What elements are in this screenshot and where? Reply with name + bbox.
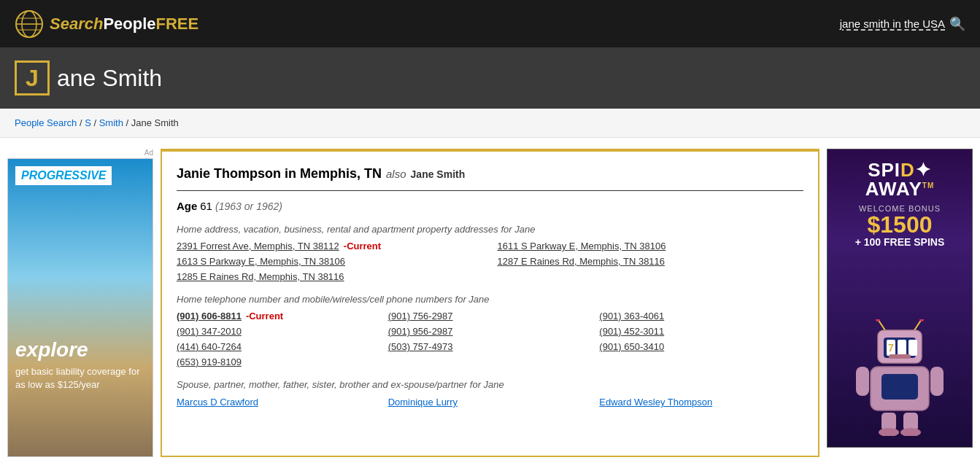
title-bar: J ane Smith — [0, 47, 980, 109]
ad-label: Ad — [7, 149, 153, 157]
svg-point-22 — [879, 428, 899, 436]
breadcrumb-people-search[interactable]: People Search — [15, 117, 77, 128]
logo-people-text: People — [103, 15, 155, 33]
left-ad: Ad PROGRESSIVE explore get basic liabili… — [7, 149, 153, 457]
phone-item-5[interactable]: (901) 452-3011 — [599, 326, 803, 337]
phone-item-3[interactable]: (901) 347-2010 — [177, 326, 381, 337]
address-section-label: Home address, vacation, business, rental… — [177, 224, 803, 235]
svg-text:7: 7 — [888, 342, 894, 354]
logo-free-text: FREE — [156, 15, 199, 33]
address-link-0[interactable]: 2391 Forrest Ave, Memphis, TN 38112 — [177, 241, 339, 252]
svg-rect-17 — [881, 374, 918, 399]
header-search-query[interactable]: jane smith in the USA — [840, 17, 945, 30]
phone-item-7[interactable]: (503) 757-4973 — [388, 341, 593, 352]
address-item-2[interactable]: 1613 S Parkway E, Memphis, TN 38106 — [177, 256, 483, 267]
phone-link-9[interactable]: (653) 919-8109 — [177, 356, 242, 367]
relative-link-0[interactable]: Marcus D Crawford — [177, 397, 258, 408]
svg-rect-13 — [898, 340, 906, 356]
header-search[interactable]: jane smith in the USA 🔍 — [840, 16, 965, 32]
phone-link-8[interactable]: (901) 650-3410 — [599, 341, 664, 352]
relative-link-1[interactable]: Dominique Lurry — [388, 397, 458, 408]
svg-rect-21 — [930, 367, 944, 396]
relative-item-0[interactable]: Marcus D Crawford — [177, 396, 381, 408]
person-also-name: Jane Smith — [411, 168, 466, 180]
progressive-logo: PROGRESSIVE — [15, 166, 112, 185]
age-row: Age 61 (1963 or 1962) — [177, 200, 803, 212]
addresses-grid: 2391 Forrest Ave, Memphis, TN 38112 -Cur… — [177, 241, 803, 282]
phone-link-5[interactable]: (901) 452-3011 — [599, 326, 664, 337]
phone-item-0[interactable]: (901) 606-8811 -Current — [177, 311, 381, 321]
phone-item-4[interactable]: (901) 956-2987 — [388, 326, 593, 337]
age-value: 61 — [200, 200, 215, 212]
right-ad: SPID✦ AWAYTM WELCOME BONUS $1500 + 100 F… — [827, 149, 973, 457]
center-content: Janie Thompson in Memphis, TN also Jane … — [161, 149, 819, 457]
address-link-2[interactable]: 1613 S Parkway E, Memphis, TN 38106 — [177, 256, 345, 267]
header: SearchPeopleFREE jane smith in the USA 🔍 — [0, 0, 980, 47]
phone-link-3[interactable]: (901) 347-2010 — [177, 326, 242, 337]
phone-link-7[interactable]: (503) 757-4973 — [388, 341, 453, 352]
svg-rect-20 — [856, 367, 869, 396]
title-letter-box: J — [15, 61, 50, 95]
address-item-3[interactable]: 1287 E Raines Rd, Memphis, TN 38116 — [498, 256, 804, 267]
address-link-4[interactable]: 1285 E Raines Rd, Memphis, TN 38116 — [177, 271, 344, 282]
address-current-0: -Current — [344, 241, 381, 252]
phone-link-4[interactable]: (901) 956-2987 — [388, 326, 453, 337]
progressive-explore: explore — [8, 338, 153, 362]
address-item-4[interactable]: 1285 E Raines Rd, Memphis, TN 38116 — [177, 271, 483, 282]
breadcrumb-sep3: / — [126, 117, 131, 128]
person-also-label: also — [386, 168, 406, 180]
spidaway-logo: SPID✦ AWAYTM — [865, 160, 935, 198]
progressive-ad[interactable]: PROGRESSIVE explore get basic liability … — [7, 158, 153, 457]
phones-grid: (901) 606-8811 -Current (901) 756-2987 (… — [177, 311, 803, 367]
svg-rect-14 — [908, 340, 917, 356]
address-item-1[interactable]: 1611 S Parkway E, Memphis, TN 38106 — [498, 241, 804, 252]
logo-search-text: Search — [50, 15, 103, 33]
person-header: Janie Thompson in Memphis, TN also Jane … — [177, 166, 803, 191]
person-main-name: Janie Thompson in Memphis, TN — [177, 166, 382, 182]
phone-link-2[interactable]: (901) 363-4061 — [599, 311, 664, 321]
relative-item-1[interactable]: Dominique Lurry — [388, 396, 593, 408]
phone-link-6[interactable]: (414) 640-7264 — [177, 341, 242, 352]
phone-item-1[interactable]: (901) 756-2987 — [388, 311, 593, 321]
phone-link-0[interactable]: (901) 606-8811 — [177, 311, 242, 321]
search-icon[interactable]: 🔍 — [949, 16, 965, 32]
progressive-tagline: get basic liability coverage for as low … — [8, 362, 153, 395]
address-item-0[interactable]: 2391 Forrest Ave, Memphis, TN 38112 -Cur… — [177, 241, 483, 252]
address-link-3[interactable]: 1287 E Raines Rd, Memphis, TN 38116 — [498, 256, 665, 267]
breadcrumb-sep2: / — [93, 117, 99, 128]
title-name: ane Smith — [57, 65, 162, 92]
relative-item-2[interactable]: Edward Wesley Thompson — [599, 396, 803, 408]
robot-illustration: 7 — [852, 319, 947, 436]
logo[interactable]: SearchPeopleFREE — [15, 9, 198, 39]
phone-item-6[interactable]: (414) 640-7264 — [177, 341, 381, 352]
bonus-spins: + 100 FREE SPINS — [855, 236, 945, 248]
age-years: (1963 or 1962) — [215, 200, 282, 212]
svg-point-23 — [900, 428, 921, 436]
breadcrumb-current: Jane Smith — [131, 117, 179, 128]
address-link-1[interactable]: 1611 S Parkway E, Memphis, TN 38106 — [498, 241, 666, 252]
bonus-amount: $1500 — [868, 213, 933, 236]
globe-icon — [15, 9, 44, 39]
relatives-grid: Marcus D Crawford Dominique Lurry Edward… — [177, 396, 803, 408]
phone-item-9[interactable]: (653) 919-8109 — [177, 356, 381, 367]
svg-rect-15 — [889, 354, 911, 359]
phone-item-2[interactable]: (901) 363-4061 — [599, 311, 803, 321]
phone-link-1[interactable]: (901) 756-2987 — [388, 311, 453, 321]
breadcrumb-s[interactable]: S — [85, 117, 91, 128]
phone-section-label: Home telephone number and mobile/wireles… — [177, 294, 803, 305]
main-layout: Ad PROGRESSIVE explore get basic liabili… — [0, 138, 980, 460]
title-letter: J — [26, 65, 39, 92]
breadcrumb: People Search / S / Smith / Jane Smith — [0, 109, 980, 138]
relative-link-2[interactable]: Edward Wesley Thompson — [599, 397, 712, 408]
phone-item-8[interactable]: (901) 650-3410 — [599, 341, 803, 352]
age-label: Age — [177, 200, 197, 212]
robot-area: 7 — [835, 248, 965, 436]
progressive-brand: PROGRESSIVE — [21, 169, 106, 182]
phone-current-0: -Current — [246, 311, 283, 321]
relatives-section-label: Spouse, partner, mother, father, sister,… — [177, 379, 803, 390]
breadcrumb-smith[interactable]: Smith — [99, 117, 123, 128]
spidaway-ad[interactable]: SPID✦ AWAYTM WELCOME BONUS $1500 + 100 F… — [827, 149, 973, 448]
